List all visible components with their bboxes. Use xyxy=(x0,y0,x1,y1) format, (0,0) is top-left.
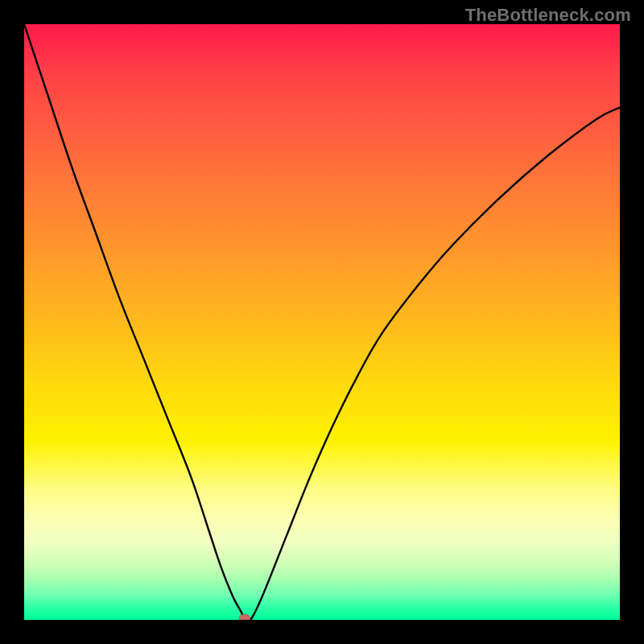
bottleneck-curve xyxy=(24,24,620,620)
minimum-marker-icon xyxy=(239,614,250,620)
watermark-text: TheBottleneck.com xyxy=(465,5,631,26)
chart-frame: TheBottleneck.com xyxy=(0,0,644,644)
plot-area xyxy=(24,24,620,620)
